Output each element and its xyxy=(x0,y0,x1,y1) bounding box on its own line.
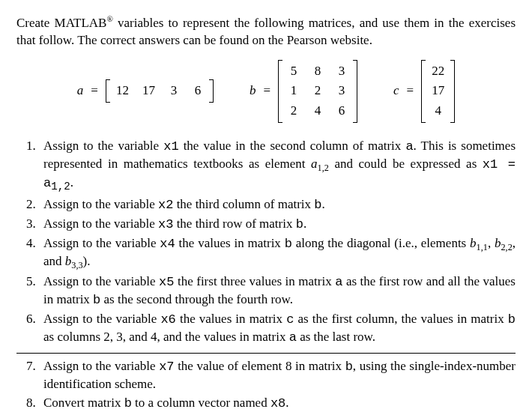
text: the first three values in matrix xyxy=(174,274,335,288)
text: the third column of matrix xyxy=(173,197,314,211)
matrix-cell: 22 xyxy=(432,63,444,80)
text: . xyxy=(303,216,306,231)
math-expr: b3,3 xyxy=(65,254,83,268)
text: . xyxy=(321,197,324,211)
matrix-cell: 1 xyxy=(288,82,299,100)
code-var: a xyxy=(289,330,297,345)
matrix-a-name: a xyxy=(77,82,84,100)
matrix-cell: 8 xyxy=(312,63,323,80)
text: as the first column, the values in matri… xyxy=(294,312,507,326)
text: the third row of matrix xyxy=(173,216,295,231)
matrix-b: 5 8 3 1 2 3 2 4 6 xyxy=(278,60,357,124)
matrix-b-name: b xyxy=(250,82,256,100)
text: Convert matrix xyxy=(43,396,124,409)
matrix-cell: 3 xyxy=(336,82,347,100)
matrix-b-eq: b = 5 8 3 1 2 3 2 4 6 xyxy=(250,60,357,124)
question-6: Assign to the variable x6 the values in … xyxy=(39,311,516,347)
text: , xyxy=(488,236,495,250)
text: the values in matrix xyxy=(175,236,285,250)
matrix-cell: 2 xyxy=(288,103,299,120)
registered-symbol: ® xyxy=(106,14,112,23)
intro-text-1: Create MATLAB xyxy=(16,16,106,30)
text: . xyxy=(285,396,288,409)
matrix-cell: 6 xyxy=(193,82,203,100)
matrix-cell: 3 xyxy=(336,63,347,80)
text: Assign to the variable xyxy=(43,216,158,231)
code-var: b xyxy=(93,293,100,307)
question-8: Convert matrix b to a column vector name… xyxy=(39,395,516,409)
equals-sign: = xyxy=(263,82,270,100)
code-var: b xyxy=(296,217,303,231)
matrix-a: 12 17 3 6 xyxy=(106,79,214,103)
code-var: b xyxy=(345,360,353,374)
matrix-cell: 5 xyxy=(288,63,299,80)
question-1: Assign to the variable x1 the value in t… xyxy=(39,138,516,194)
code-var: x7 xyxy=(159,360,174,374)
matrix-cell: 6 xyxy=(336,103,347,120)
code-var: c xyxy=(286,312,294,327)
matrix-cell: 17 xyxy=(142,82,155,100)
math-expr: a1,2 xyxy=(311,157,329,171)
question-list: Assign to the variable x1 the value in t… xyxy=(16,138,516,347)
text: Assign to the variable xyxy=(43,359,159,373)
matrix-cell: 3 xyxy=(169,82,179,100)
matrix-cell: 4 xyxy=(432,103,444,120)
matrix-cell: 2 xyxy=(312,82,323,100)
code-var: b xyxy=(124,396,132,409)
question-2: Assign to the variable x2 the third colu… xyxy=(39,196,516,214)
text: Assign to the variable xyxy=(43,236,160,250)
code-var: b xyxy=(508,312,516,327)
code-var: a xyxy=(405,139,413,154)
text: the value of element 8 in matrix xyxy=(175,359,345,373)
matrix-c-eq: c = 22 17 4 xyxy=(393,60,455,124)
matrix-cell: 17 xyxy=(432,82,444,100)
text: along the diagonal (i.e., elements xyxy=(292,236,470,250)
text: Assign to the variable xyxy=(43,197,158,211)
code-var: b xyxy=(285,237,292,251)
equals-sign: = xyxy=(407,82,414,100)
text: ). xyxy=(83,254,91,268)
matrix-a-eq: a = 12 17 3 6 xyxy=(77,79,214,103)
text: Assign to the variable xyxy=(43,139,163,153)
matrix-definitions: a = 12 17 3 6 b = 5 8 3 1 2 3 2 xyxy=(16,60,516,124)
text: and could be expressed as xyxy=(329,157,483,171)
matrix-cell: 12 xyxy=(116,82,129,100)
matrix-c: 22 17 4 xyxy=(421,60,455,124)
code-var: x4 xyxy=(160,237,175,251)
text: as columns 2, 3, and 4, and the values i… xyxy=(43,330,289,344)
text: Assign to the variable xyxy=(43,312,160,326)
intro-paragraph: Create MATLAB® variables to represent th… xyxy=(16,13,516,49)
text: as the second through the fourth row. xyxy=(100,292,293,306)
code-var: a xyxy=(335,275,342,289)
code-var: x8 xyxy=(270,396,285,409)
equals-sign: = xyxy=(91,82,98,100)
question-list-cont: Assign to the variable x7 the value of e… xyxy=(16,358,516,409)
question-5: Assign to the variable x5 the first thre… xyxy=(39,273,516,309)
question-7: Assign to the variable x7 the value of e… xyxy=(39,358,516,393)
code-var: b xyxy=(314,198,321,212)
code-var: x3 xyxy=(158,217,173,231)
text: as the last row. xyxy=(297,330,375,344)
divider xyxy=(16,353,516,354)
text: the values in matrix xyxy=(176,312,286,326)
code-var: x6 xyxy=(160,312,175,327)
question-3: Assign to the variable x3 the third row … xyxy=(39,216,516,234)
code-var: x1 xyxy=(163,139,178,154)
math-expr: b2,2 xyxy=(495,236,513,250)
question-4: Assign to the variable x4 the values in … xyxy=(39,235,516,273)
matrix-c-name: c xyxy=(393,82,399,100)
code-var: x5 xyxy=(159,275,174,289)
text: to a column vector named xyxy=(132,396,270,409)
code-var: x2 xyxy=(158,198,173,212)
matrix-cell: 4 xyxy=(312,103,323,120)
math-expr: b1,1 xyxy=(470,236,488,250)
text: . xyxy=(70,175,73,190)
text: the value in the second column of matrix xyxy=(179,139,406,153)
text: Assign to the variable xyxy=(43,274,159,288)
